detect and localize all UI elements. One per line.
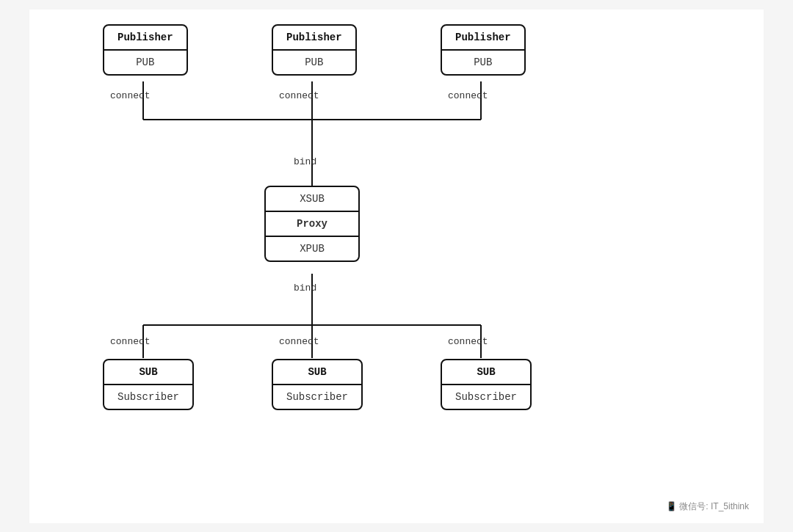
proxy-node: XSUB Proxy XPUB xyxy=(264,186,360,262)
connect-label-pub1: connect xyxy=(110,90,151,101)
connection-lines xyxy=(66,10,727,487)
publisher-node-3: Publisher PUB xyxy=(441,24,526,76)
proxy-name: Proxy xyxy=(266,212,358,237)
proxy-xsub: XSUB xyxy=(266,187,358,212)
connect-label-sub2: connect xyxy=(279,336,319,347)
diagram: Publisher PUB Publisher PUB Publisher PU… xyxy=(29,10,764,523)
publisher-node-2: Publisher PUB xyxy=(272,24,357,76)
subscriber-node-2: SUB Subscriber xyxy=(272,359,363,410)
subscriber-3-label: Subscriber xyxy=(442,385,530,409)
subscriber-2-label: Subscriber xyxy=(273,385,361,409)
connect-label-pub2: connect xyxy=(279,90,319,101)
publisher-3-type: PUB xyxy=(442,51,524,74)
bind-label-bottom: bind xyxy=(294,283,316,294)
connect-label-pub3: connect xyxy=(448,90,488,101)
proxy-xpub: XPUB xyxy=(266,237,358,260)
subscriber-2-type: SUB xyxy=(273,360,361,385)
publisher-2-type: PUB xyxy=(273,51,355,74)
subscriber-3-type: SUB xyxy=(442,360,530,385)
subscriber-node-1: SUB Subscriber xyxy=(103,359,194,410)
publisher-2-label: Publisher xyxy=(273,26,355,51)
publisher-node-1: Publisher PUB xyxy=(103,24,188,76)
publisher-1-type: PUB xyxy=(104,51,187,74)
watermark: 📱 微信号: IT_5ithink xyxy=(666,500,749,513)
bind-label-top: bind xyxy=(294,156,316,167)
subscriber-1-type: SUB xyxy=(104,360,192,385)
publisher-3-label: Publisher xyxy=(442,26,524,51)
subscriber-node-3: SUB Subscriber xyxy=(441,359,532,410)
connect-label-sub1: connect xyxy=(110,336,151,347)
subscriber-1-label: Subscriber xyxy=(104,385,192,409)
connect-label-sub3: connect xyxy=(448,336,488,347)
publisher-1-label: Publisher xyxy=(104,26,187,51)
